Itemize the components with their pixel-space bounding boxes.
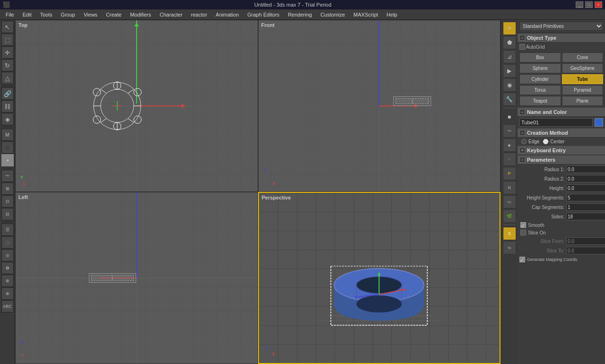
autogrid-check[interactable]: AutoGrid — [519, 44, 544, 50]
plane-btn[interactable]: Plane — [562, 96, 604, 106]
create-panel-btn[interactable]: ✦ — [503, 22, 516, 35]
teapot-btn[interactable]: Teapot — [519, 96, 561, 106]
tube-btn[interactable]: Tube — [562, 74, 604, 84]
menu-item-rendering[interactable]: Rendering — [284, 11, 316, 18]
nurbs-btn[interactable]: N — [503, 181, 516, 194]
box-btn[interactable]: Box — [519, 52, 561, 62]
patch-btn[interactable]: P — [503, 167, 516, 180]
sphere-btn[interactable]: Sphere — [519, 63, 561, 73]
menu-item-graph-editors[interactable]: Graph Editors — [243, 11, 283, 18]
cap-segs-input[interactable] — [566, 203, 605, 211]
geometry-btn[interactable]: ◼ — [503, 110, 516, 123]
edge-radio[interactable] — [521, 139, 527, 144]
schematic-tool[interactable]: ⊞ — [1, 182, 14, 195]
radius2-input[interactable] — [566, 175, 605, 182]
menu-item-views[interactable]: Views — [80, 11, 101, 18]
move-tool[interactable]: ✛ — [1, 46, 14, 59]
minimize-button[interactable]: _ — [576, 1, 583, 8]
pyramid-btn[interactable]: Pyramid — [562, 85, 604, 95]
particles-btn[interactable]: ⁘ — [503, 153, 516, 166]
menu-item-maxscript[interactable]: MAXScript — [350, 11, 382, 18]
viewport-left[interactable]: Left Z Y — [15, 192, 258, 364]
select-region-tool[interactable]: ⬚ — [1, 34, 14, 46]
menu-item-tools[interactable]: Tools — [36, 11, 56, 18]
color-swatch[interactable] — [595, 118, 603, 127]
extra-tool2[interactable]: ◎ — [1, 249, 14, 261]
close-button[interactable]: × — [595, 1, 602, 8]
slice-from-input[interactable] — [566, 237, 605, 245]
keyboard-entry-expand[interactable]: + — [519, 147, 525, 153]
smooth-checkbox[interactable]: ✓ — [520, 222, 526, 228]
geosphere-btn[interactable]: GeoSphere — [562, 63, 604, 73]
maximize-button[interactable]: □ — [585, 1, 593, 8]
spline-btn[interactable]: 〜 — [503, 124, 516, 138]
modify-panel-btn[interactable]: ⬟ — [503, 36, 516, 49]
primitive-type-dropdown[interactable]: Standard Primitives — [519, 22, 603, 31]
gen-mapping-checkbox[interactable]: ✓ — [519, 257, 525, 262]
menu-item-modifiers[interactable]: Modifiers — [126, 11, 155, 18]
menu-item-character[interactable]: Character — [156, 11, 186, 18]
radius1-input[interactable] — [566, 165, 605, 173]
parameters-header[interactable]: − Parameters — [518, 155, 605, 165]
layer-tool[interactable]: ☰ — [1, 224, 14, 236]
bind-tool[interactable]: ◈ — [1, 113, 14, 125]
cylinder-btn[interactable]: Cylinder — [519, 74, 561, 84]
center-radio[interactable] — [543, 139, 548, 144]
link-tool[interactable]: 🔗 — [1, 87, 14, 100]
material-tool[interactable]: M — [1, 129, 14, 141]
menu-item-animation[interactable]: Animation — [212, 11, 242, 18]
parameters-collapse[interactable]: − — [519, 157, 525, 163]
menu-item-reactor[interactable]: reactor — [187, 11, 211, 18]
curve-editor-tool[interactable]: 〜 — [1, 170, 14, 182]
select-tool[interactable]: ↖ — [1, 21, 14, 33]
name-input[interactable] — [519, 118, 593, 127]
menu-item-customize[interactable]: Customize — [317, 11, 349, 18]
light-panel-btn[interactable]: 3 — [503, 227, 516, 240]
creation-method-collapse[interactable]: − — [519, 130, 525, 136]
autogrid-checkbox[interactable] — [519, 44, 525, 50]
door-btn[interactable]: ▭ — [503, 195, 516, 208]
scale-tool[interactable]: △ — [1, 72, 14, 84]
extra-tool6[interactable]: ABC — [1, 300, 14, 312]
foliage-btn[interactable]: 🌿 — [503, 209, 516, 223]
render-region-tool[interactable]: ⬛ — [1, 141, 14, 154]
center-radio-group[interactable]: Center — [543, 139, 564, 144]
keyboard-entry-header[interactable]: + Keyboard Entry — [518, 146, 605, 155]
name-color-header[interactable]: − Name and Color — [518, 107, 605, 117]
menu-item-create[interactable]: Create — [102, 11, 125, 18]
compound-btn[interactable]: ◈ — [503, 139, 516, 152]
extra-tool1[interactable]: ◌ — [1, 236, 14, 249]
torus-btn[interactable]: Torus — [519, 85, 561, 95]
utilities-panel-btn[interactable]: 🔧 — [503, 93, 516, 106]
extra-tool4[interactable]: ⊕ — [1, 275, 14, 287]
viewport-front[interactable]: Front Z X — [258, 20, 501, 192]
sides-input[interactable] — [566, 213, 605, 220]
creation-method-header[interactable]: − Creation Method — [518, 128, 605, 138]
height-input[interactable] — [566, 184, 605, 192]
menu-item-help[interactable]: Help — [383, 11, 401, 18]
name-color-collapse[interactable]: − — [519, 109, 525, 115]
camera-panel-btn[interactable]: % — [503, 241, 516, 254]
hierarchy-panel-btn[interactable]: ⊿ — [503, 50, 516, 63]
create-tool[interactable]: ✦ — [1, 154, 14, 166]
viewport-top[interactable]: Top — [15, 20, 258, 192]
slice-to-input[interactable] — [566, 247, 605, 254]
slice-on-checkbox[interactable] — [520, 230, 526, 235]
viewport-perspective[interactable]: Perspective — [258, 192, 501, 364]
unlink-tool[interactable]: ⛓ — [1, 100, 14, 113]
motion-panel-btn[interactable]: ▶ — [503, 64, 516, 78]
display-panel-btn[interactable]: ◉ — [503, 78, 516, 92]
menu-item-file[interactable]: File — [2, 11, 18, 18]
extra-tool3[interactable]: ✿ — [1, 262, 14, 274]
align-tool[interactable]: ⊟ — [1, 208, 14, 220]
cone-btn[interactable]: Cone — [562, 52, 604, 62]
height-segs-input[interactable] — [566, 194, 605, 201]
object-type-collapse[interactable]: − — [519, 35, 525, 41]
menu-item-group[interactable]: Group — [57, 11, 79, 18]
edge-radio-group[interactable]: Edge — [521, 139, 539, 144]
mirror-tool[interactable]: ⊡ — [1, 195, 14, 208]
extra-tool5[interactable]: ⊗ — [1, 287, 14, 300]
menu-item-edit[interactable]: Edit — [19, 11, 35, 18]
object-type-header[interactable]: − Object Type — [518, 33, 605, 43]
rotate-tool[interactable]: ↻ — [1, 59, 14, 71]
